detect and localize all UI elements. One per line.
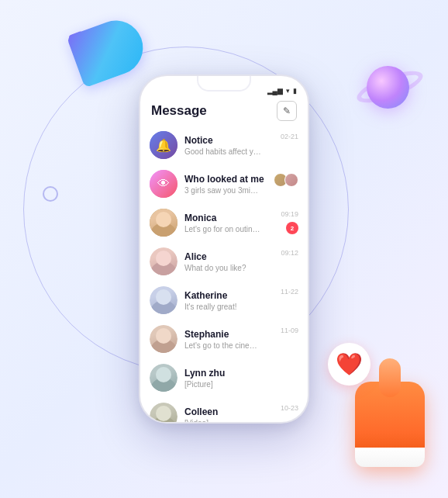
contact-name: Alice bbox=[184, 251, 274, 262]
message-preview: Let's go to the cinema together bbox=[184, 341, 262, 350]
contact-name: Katherine bbox=[184, 290, 274, 301]
compose-button[interactable]: ✎ bbox=[277, 101, 297, 121]
list-item[interactable]: Lynn zhu [Picture] bbox=[140, 358, 308, 397]
signal-icon: ▂▄▆ bbox=[267, 87, 283, 95]
message-preview: Good habits affect your life bbox=[184, 147, 262, 156]
battery-icon: ▮ bbox=[293, 87, 297, 95]
message-preview: Let's go for on outing this weekend- bbox=[184, 225, 262, 233]
unread-badge: 2 bbox=[286, 222, 298, 234]
message-content: Stephanie Let's go to the cinema togethe… bbox=[184, 329, 274, 350]
message-list: 🔔 Notice Good habits affect your life 02… bbox=[140, 126, 308, 424]
megaphone-decoration bbox=[62, 8, 147, 93]
planet-decoration bbox=[355, 54, 425, 124]
list-item[interactable]: Alice What do you like? 09:12 bbox=[140, 242, 308, 281]
avatar bbox=[150, 286, 177, 314]
message-time: 10-23 bbox=[281, 404, 298, 412]
message-content: Colleen [Video] bbox=[184, 406, 274, 424]
small-circle-decoration bbox=[43, 186, 58, 202]
list-item[interactable]: Katherine It's really great! 11-22 bbox=[140, 281, 308, 320]
message-preview: [Picture] bbox=[184, 380, 262, 389]
app-title: Message bbox=[151, 103, 207, 119]
message-content: Katherine It's really great! bbox=[184, 290, 274, 311]
viewer-avatar bbox=[284, 173, 298, 187]
avatar: 👁 bbox=[150, 170, 177, 198]
message-preview: What do you like? bbox=[184, 264, 262, 272]
phone-notch bbox=[197, 76, 251, 92]
list-item[interactable]: Stephanie Let's go to the cinema togethe… bbox=[140, 320, 308, 358]
contact-name: Stephanie bbox=[184, 329, 274, 340]
message-preview: It's really great! bbox=[184, 303, 262, 311]
contact-name: Notice bbox=[184, 135, 274, 146]
avatar bbox=[150, 247, 177, 275]
message-content: Who looked at me 3 girls saw you 3mine a… bbox=[184, 174, 267, 195]
message-time: 11-09 bbox=[281, 327, 298, 334]
list-item[interactable]: 👁 Who looked at me 3 girls saw you 3mine… bbox=[140, 164, 308, 203]
contact-name: Lynn zhu bbox=[184, 368, 291, 379]
message-content: Notice Good habits affect your life bbox=[184, 135, 274, 156]
message-preview: 3 girls saw you 3mine ago bbox=[184, 186, 262, 195]
contact-name: Who looked at me bbox=[184, 174, 267, 185]
message-time: 02-21 bbox=[281, 133, 298, 140]
heart-bubble-decoration: ❤️ bbox=[328, 343, 370, 386]
contact-name: Monica bbox=[184, 213, 274, 223]
message-content: Alice What do you like? bbox=[184, 251, 274, 272]
message-time: 09:19 bbox=[281, 210, 298, 218]
hand-decoration bbox=[355, 382, 432, 475]
avatar: 🔔 bbox=[150, 131, 177, 159]
avatar bbox=[150, 209, 177, 237]
list-item[interactable]: 🔔 Notice Good habits affect your life 02… bbox=[140, 126, 308, 164]
message-content: Monica Let's go for on outing this weeke… bbox=[184, 213, 274, 233]
app-header: Message ✎ bbox=[140, 101, 308, 126]
wifi-icon: ▾ bbox=[286, 87, 290, 95]
message-time: 11-22 bbox=[281, 288, 298, 296]
message-time: 09:12 bbox=[281, 249, 298, 257]
message-content: Lynn zhu [Picture] bbox=[184, 368, 291, 389]
message-preview: [Video] bbox=[184, 419, 262, 424]
contact-name: Colleen bbox=[184, 406, 274, 417]
avatar bbox=[150, 325, 177, 353]
avatar bbox=[150, 403, 177, 424]
phone-mockup: ▂▄▆ ▾ ▮ Message ✎ 🔔 Notice Good habits a… bbox=[139, 74, 309, 424]
list-item[interactable]: Colleen [Video] 10-23 bbox=[140, 397, 308, 424]
avatar bbox=[150, 364, 177, 392]
list-item[interactable]: Monica Let's go for on outing this weeke… bbox=[140, 203, 308, 242]
